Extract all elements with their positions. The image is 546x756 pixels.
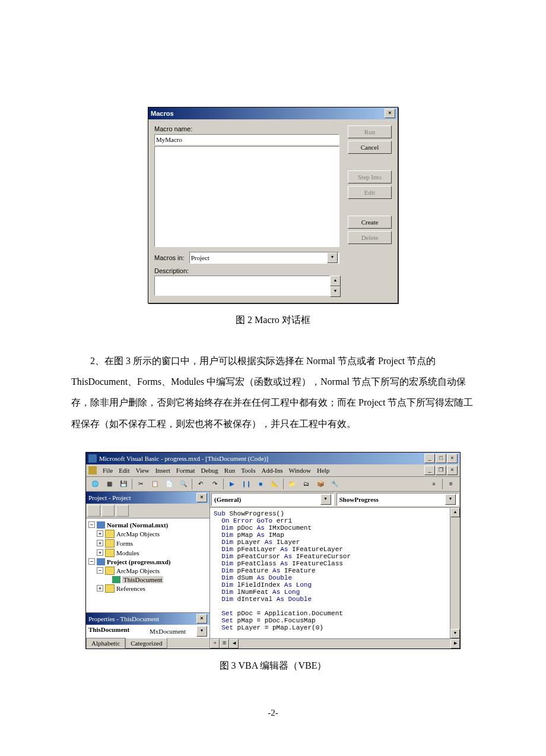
save-icon[interactable]: 💾 [117,478,130,490]
cancel-button[interactable]: Cancel [348,141,392,154]
copy-icon[interactable]: 📋 [148,478,161,490]
tree-arcmap-objects-2[interactable]: ArcMap Objects [116,567,160,574]
tab-categorized[interactable]: Categorized [125,638,167,649]
properties-panel-title: Properties - ThisDocument × [86,613,209,625]
panel-close-icon[interactable]: × [196,493,207,502]
menu-insert[interactable]: Insert [155,467,170,474]
object-browser-icon[interactable]: 📦 [314,478,327,490]
macros-in-select[interactable]: Project ▼ [189,252,339,264]
object-select[interactable]: (General)▼ [211,493,334,506]
menu-edit[interactable]: Edit [119,467,129,474]
view-object-icon[interactable] [101,505,115,517]
design-mode-icon[interactable]: 📐 [268,478,281,490]
run-icon[interactable]: ▶ [226,478,239,490]
expand-icon[interactable]: − [88,521,95,528]
tree-toolbar [86,504,209,518]
procedure-select[interactable]: ShowProgress▼ [337,493,459,506]
cut-icon[interactable]: ✂ [134,478,147,490]
maximize-icon[interactable]: □ [436,454,446,463]
tree-normal[interactable]: Normal (Normal.mxt) [107,521,168,529]
horizontal-scrollbar[interactable]: ◀ ▶ [229,639,460,649]
toolbox-icon[interactable]: 🔧 [328,478,341,490]
paste-icon[interactable]: 📄 [163,478,176,490]
menu-tools[interactable]: Tools [241,467,255,474]
expand-icon[interactable]: + [97,585,103,591]
scroll-down-icon[interactable]: ▼ [450,629,460,638]
object-select-value: (General) [214,496,241,503]
undo-icon[interactable]: ↶ [194,478,207,490]
stop-icon[interactable]: ■ [254,478,267,490]
macro-list[interactable] [154,146,339,247]
macro-name-input[interactable] [154,134,339,145]
tree-arcmap-objects[interactable]: ArcMap Objects [116,530,160,537]
mdi-minimize-icon[interactable]: _ [424,466,435,475]
folder-icon [105,567,115,575]
menu-format[interactable]: Format [176,467,195,474]
scroll-left-icon[interactable]: ◀ [229,639,239,649]
delete-button[interactable]: Delete [348,231,392,244]
menu-addins[interactable]: Add-Ins [261,467,282,474]
tree-forms[interactable]: Forms [116,540,133,547]
macros-titlebar[interactable]: Macros × [148,107,398,119]
create-button[interactable]: Create [348,216,392,229]
project-panel-title: Project - Project × [86,492,209,504]
vbe-title-text: Microsoft Visual Basic - progress.mxd - … [99,455,268,462]
run-button[interactable]: Run [348,125,392,138]
arcmap-icon[interactable]: 🌐 [88,478,101,490]
procedure-view-icon[interactable]: ≡ [210,639,220,649]
step-into-button[interactable]: Step Into [348,170,392,184]
menu-file[interactable]: File [103,467,113,474]
expand-icon[interactable]: − [88,558,95,565]
spin-up-icon[interactable]: ▲ [330,276,341,286]
description-field[interactable] [154,276,330,296]
mdi-restore-icon[interactable]: ❐ [436,466,446,475]
chevron-down-icon[interactable]: ▼ [320,494,331,505]
toggle-folders-icon[interactable] [116,505,129,517]
expand-icon[interactable]: + [97,549,103,556]
vertical-scrollbar[interactable]: ▲ ▼ [450,508,460,638]
edit-toolbar-icon[interactable]: ≡ [445,478,458,490]
expand-icon[interactable]: + [97,540,103,546]
menu-run[interactable]: Run [224,467,235,474]
chevron-down-icon[interactable]: ▼ [445,494,456,505]
menu-help[interactable]: Help [317,467,329,474]
menu-view[interactable]: View [135,467,149,474]
tab-alphabetic[interactable]: Alphabetic [86,638,125,649]
chevron-down-icon[interactable]: ▼ [327,252,338,263]
panel-close-icon[interactable]: × [196,614,207,624]
tree-modules[interactable]: Modules [116,549,139,556]
redo-icon[interactable]: ↷ [208,478,221,490]
pause-icon[interactable]: ❙❙ [240,478,253,490]
minimize-icon[interactable]: _ [424,454,435,463]
description-label: Description: [154,267,339,274]
separator [132,479,132,489]
expand-icon[interactable]: + [97,530,103,537]
vbe-titlebar[interactable]: Microsoft Visual Basic - progress.mxd - … [86,453,460,464]
edit-button[interactable]: Edit [348,186,392,199]
vbe-left-pane: Project - Project × −Normal (Normal.mxt)… [86,492,210,649]
menu-debug[interactable]: Debug [201,467,218,474]
full-view-icon[interactable]: ☰ [220,639,229,649]
mdi-close-icon[interactable]: × [447,466,458,475]
tree-thisdocument[interactable]: ThisDocument [122,576,163,583]
close-icon[interactable]: × [447,454,458,463]
scroll-up-icon[interactable]: ▲ [450,508,460,517]
spin-down-icon[interactable]: ▼ [330,286,341,297]
macros-body: Macro name: Macros in: Project ▼ Descrip… [148,119,398,303]
properties-icon[interactable]: 🗂 [300,478,313,490]
project-explorer-icon[interactable]: 📁 [285,478,299,490]
tree-project[interactable]: Project (progress.mxd) [107,558,171,565]
overflow-icon[interactable]: » [427,478,440,490]
close-icon[interactable]: × [385,109,395,118]
expand-icon[interactable]: − [97,567,103,574]
tree-references[interactable]: References [116,585,145,592]
project-tree[interactable]: −Normal (Normal.mxt) +ArcMap Objects +Fo… [86,518,209,612]
insert-module-icon[interactable]: ▦ [103,478,116,490]
menu-window[interactable]: Window [289,467,311,474]
macros-buttons: Run Cancel Step Into Edit Create Delete [348,125,392,297]
find-icon[interactable]: 🔍 [177,478,190,490]
code-editor[interactable]: Sub ShowProgress() On Error GoTo err1 Di… [210,508,450,638]
view-code-icon[interactable] [87,505,100,517]
scroll-right-icon[interactable]: ▶ [450,639,460,649]
chevron-down-icon[interactable]: ▼ [196,626,207,637]
